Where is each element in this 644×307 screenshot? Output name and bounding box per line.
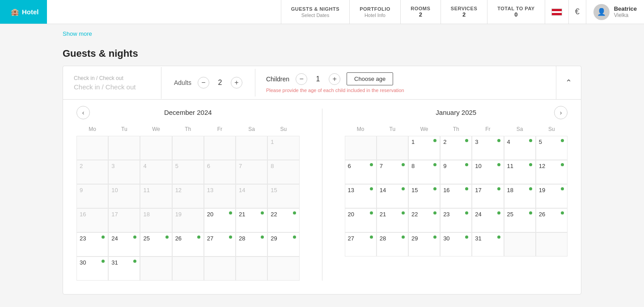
calendar-day[interactable]: 10: [472, 160, 504, 184]
avatar: 👤: [593, 4, 610, 20]
hotel-icon: 🏨: [11, 8, 19, 16]
calendar-day[interactable]: 13: [345, 184, 377, 208]
top-nav: 🏨 Hotel GUESTS & NIGHTS Select Dates POR…: [0, 0, 644, 24]
guests-card: Check in / Check out Check in / Check ou…: [63, 66, 581, 294]
calendar-day: 4: [140, 160, 172, 184]
january-header: January 2025 ›: [345, 109, 568, 116]
calendar-day[interactable]: 15: [408, 184, 440, 208]
calendar-day: 5: [172, 160, 204, 184]
calendar-day[interactable]: 14: [377, 184, 408, 208]
children-warning: Please provide the age of each child inc…: [266, 88, 545, 93]
calendar-day[interactable]: 11: [504, 160, 536, 184]
calendar-day[interactable]: 22: [408, 208, 440, 232]
calendar-day[interactable]: 25: [140, 232, 172, 257]
adults-plus-button[interactable]: +: [231, 77, 242, 88]
calendar-day[interactable]: 27: [204, 232, 236, 257]
availability-dot: [197, 236, 200, 239]
calendar-day[interactable]: 20: [204, 208, 236, 232]
day-name-su: Su: [267, 124, 299, 134]
calendar-day[interactable]: 2: [440, 136, 472, 160]
calendar-day-empty: [377, 136, 408, 160]
calendar-day[interactable]: 23: [76, 232, 108, 257]
day-name-tu: Tu: [377, 124, 408, 134]
calendar-day[interactable]: 8: [408, 160, 440, 184]
calendar-day[interactable]: 4: [504, 136, 536, 160]
calendar-day[interactable]: 26: [536, 208, 568, 232]
calendar-day[interactable]: 17: [472, 184, 504, 208]
calendar-day: 7: [236, 160, 267, 184]
main-content: Show more Guests & nights Check in / Che…: [54, 24, 590, 294]
calendar-day[interactable]: 21: [377, 208, 408, 232]
calendar-day[interactable]: 3: [472, 136, 504, 160]
total-label: TOTAL TO PAY: [497, 6, 534, 11]
availability-dot: [465, 163, 468, 166]
nav-rooms[interactable]: ROOMS 2: [400, 0, 441, 24]
calendar-day[interactable]: 12: [536, 160, 568, 184]
calendar-day[interactable]: 27: [345, 232, 377, 257]
calendar-day[interactable]: 7: [377, 160, 408, 184]
calendar-day[interactable]: 29: [408, 232, 440, 257]
adults-minus-button[interactable]: −: [198, 77, 209, 88]
availability-dot: [465, 211, 468, 214]
logo[interactable]: 🏨 Hotel: [0, 0, 47, 24]
calendar-day[interactable]: 30: [76, 257, 108, 281]
calendar-day[interactable]: 31: [108, 257, 140, 281]
calendar-day[interactable]: 20: [345, 208, 377, 232]
day-name-mo: Mo: [345, 124, 377, 134]
checkin-label: Check in / Check out: [74, 75, 150, 81]
nav-total[interactable]: TOTAL TO PAY 0: [487, 0, 544, 24]
availability-dot: [497, 211, 500, 214]
nav-services[interactable]: SERVICES 2: [441, 0, 487, 24]
availability-dot: [465, 139, 468, 142]
flag-selector[interactable]: [545, 0, 568, 24]
calendar-day[interactable]: 30: [440, 232, 472, 257]
availability-dot: [402, 211, 405, 214]
nav-guests-nights[interactable]: GUESTS & NIGHTS Select Dates: [281, 0, 349, 24]
calendar-day[interactable]: 31: [472, 232, 504, 257]
availability-dot: [529, 211, 532, 214]
choose-age-button[interactable]: Choose age: [347, 72, 393, 85]
calendar-day[interactable]: 22: [267, 208, 299, 232]
calendar-day[interactable]: 18: [504, 184, 536, 208]
day-name-sa: Sa: [236, 124, 267, 134]
calendar-day[interactable]: 16: [440, 184, 472, 208]
children-minus-button[interactable]: −: [296, 73, 307, 85]
currency-selector[interactable]: €: [568, 0, 586, 24]
collapse-button[interactable]: ⌃: [556, 66, 581, 99]
checkin-section[interactable]: Check in / Check out Check in / Check ou…: [63, 67, 161, 99]
calendar-day[interactable]: 21: [236, 208, 267, 232]
children-plus-button[interactable]: +: [329, 73, 340, 85]
availability-dot: [433, 236, 436, 239]
day-name-su: Su: [536, 124, 568, 134]
calendar-day[interactable]: 1: [408, 136, 440, 160]
section-title: Guests & nights: [63, 40, 581, 66]
calendar-day-empty: [140, 257, 172, 281]
calendar-day[interactable]: 19: [536, 184, 568, 208]
calendar-day: 9: [76, 184, 108, 208]
nav-portfolio[interactable]: PORTFOLIO Hotel Info: [349, 0, 400, 24]
show-more-link[interactable]: Show more: [63, 24, 92, 40]
calendar-day[interactable]: 23: [440, 208, 472, 232]
adults-count: 2: [216, 79, 225, 87]
guests-nights-sub: Select Dates: [301, 13, 329, 18]
calendar-day[interactable]: 24: [472, 208, 504, 232]
calendar-day-empty: [204, 257, 236, 281]
user-last-name: Vielka: [614, 12, 637, 18]
calendar-day[interactable]: 5: [536, 136, 568, 160]
calendar-day[interactable]: 26: [172, 232, 204, 257]
children-count: 1: [314, 75, 322, 83]
calendar-day: 18: [140, 208, 172, 232]
calendar-day[interactable]: 28: [236, 232, 267, 257]
calendar-day: 12: [172, 184, 204, 208]
next-month-button[interactable]: ›: [554, 106, 568, 119]
december-day-names: MoTuWeThFrSaSu: [76, 124, 300, 134]
calendar-day-empty: [172, 257, 204, 281]
calendar-day[interactable]: 25: [504, 208, 536, 232]
calendar-day[interactable]: 29: [267, 232, 299, 257]
user-menu[interactable]: 👤 Beatrice Vielka: [586, 0, 644, 24]
calendar-day[interactable]: 6: [345, 160, 377, 184]
calendar-day[interactable]: 28: [377, 232, 408, 257]
calendar-day[interactable]: 9: [440, 160, 472, 184]
calendar-day[interactable]: 24: [108, 232, 140, 257]
prev-month-button[interactable]: ‹: [76, 106, 90, 119]
